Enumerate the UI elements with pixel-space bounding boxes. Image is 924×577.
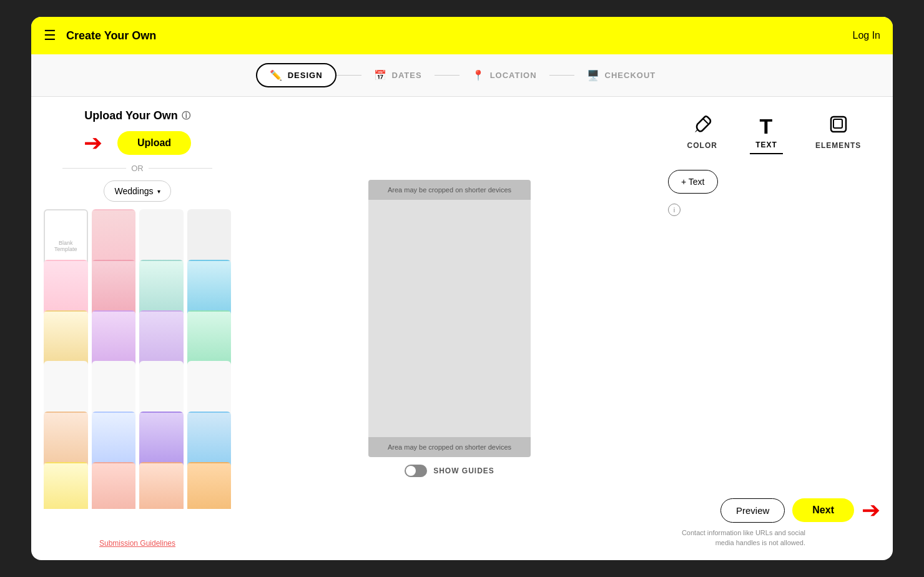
upload-title-area: Upload Your Own ⓘ xyxy=(84,109,190,122)
category-label: Weddings xyxy=(114,186,153,196)
canvas-main[interactable] xyxy=(368,200,531,437)
dates-icon: 📅 xyxy=(374,69,387,81)
left-panel: Upload Your Own ⓘ ➔ Upload OR Weddings ▾… xyxy=(44,109,231,548)
template-grid: BlankTemplate xyxy=(44,209,231,509)
app-wrapper: ☰ Create Your Own Log In ✏️ DESIGN 📅 DAT… xyxy=(31,17,893,560)
show-guides-row: SHOW GUIDES xyxy=(405,465,494,477)
nav-left: ☰ Create Your Own xyxy=(44,27,156,44)
upload-button[interactable]: Upload xyxy=(117,131,191,155)
checkout-icon: 🖥️ xyxy=(587,69,600,81)
step-location[interactable]: 📍 LOCATION xyxy=(460,64,549,86)
canvas-guide-top: Area may be cropped on shorter devices xyxy=(368,180,531,200)
step-divider-2 xyxy=(435,75,460,76)
text-icon: T xyxy=(760,116,774,137)
canvas-wrapper: Area may be cropped on shorter devices A… xyxy=(368,180,531,457)
show-guides-toggle[interactable] xyxy=(405,465,427,477)
step-checkout-label: CHECKOUT xyxy=(605,71,656,80)
tab-elements[interactable]: ELEMENTS xyxy=(805,109,871,155)
info-circle-icon[interactable]: i xyxy=(668,204,681,216)
bottom-buttons-row: Preview Next ➔ xyxy=(668,497,880,523)
upload-btn-wrapper: ➔ Upload xyxy=(44,130,231,156)
template-item[interactable] xyxy=(92,462,136,509)
template-item[interactable] xyxy=(44,462,88,509)
preview-button[interactable]: Preview xyxy=(720,498,785,523)
tool-tabs: COLOR T TEXT ELEMENTS xyxy=(668,109,880,160)
upload-arrow-icon: ➔ xyxy=(84,130,102,156)
step-divider-1 xyxy=(337,75,361,76)
step-location-label: LOCATION xyxy=(490,71,537,80)
right-bottom-area: Preview Next ➔ Contact information like … xyxy=(668,497,880,548)
elements-icon xyxy=(828,114,848,137)
design-icon: ✏️ xyxy=(270,69,283,81)
step-dates-label: DATES xyxy=(392,71,422,80)
step-design[interactable]: ✏️ DESIGN xyxy=(256,63,337,87)
tab-color-label: COLOR xyxy=(687,141,717,150)
color-icon xyxy=(692,114,712,137)
toggle-dot xyxy=(406,466,416,476)
canvas-guide-bottom: Area may be cropped on shorter devices xyxy=(368,437,531,457)
app-title: Create Your Own xyxy=(66,29,156,42)
tab-elements-label: ELEMENTS xyxy=(815,141,861,150)
tab-text-label: TEXT xyxy=(755,141,777,149)
login-button[interactable]: Log In xyxy=(853,30,880,41)
tab-color[interactable]: COLOR xyxy=(677,109,727,155)
template-item[interactable] xyxy=(139,462,184,509)
tab-text[interactable]: T TEXT xyxy=(745,111,787,154)
center-panel: Area may be cropped on shorter devices A… xyxy=(243,109,656,548)
chevron-down-icon: ▾ xyxy=(157,188,160,195)
add-text-button[interactable]: + Text xyxy=(668,170,718,194)
step-checkout[interactable]: 🖥️ CHECKOUT xyxy=(574,64,669,86)
template-item[interactable] xyxy=(187,462,232,509)
disclaimer-text: Contact information like URLs and social… xyxy=(668,528,805,548)
step-design-label: DESIGN xyxy=(288,71,323,80)
main-content: Upload Your Own ⓘ ➔ Upload OR Weddings ▾… xyxy=(31,97,893,560)
hamburger-icon[interactable]: ☰ xyxy=(44,27,56,44)
category-dropdown[interactable]: Weddings ▾ xyxy=(104,180,170,202)
show-guides-label: SHOW GUIDES xyxy=(433,466,494,475)
top-nav: ☰ Create Your Own Log In xyxy=(31,17,893,54)
svg-rect-2 xyxy=(833,119,842,128)
step-dates[interactable]: 📅 DATES xyxy=(361,64,435,86)
svg-line-0 xyxy=(703,119,708,124)
next-arrow-icon: ➔ xyxy=(862,497,880,523)
step-divider-3 xyxy=(549,75,574,76)
steps-bar: ✏️ DESIGN 📅 DATES 📍 LOCATION 🖥️ CHECKOUT xyxy=(31,54,893,97)
right-panel: COLOR T TEXT ELEMENTS + Text i Preview xyxy=(668,109,880,548)
upload-title-text: Upload Your Own xyxy=(84,109,177,122)
location-icon: 📍 xyxy=(472,69,485,81)
next-button[interactable]: Next xyxy=(792,498,854,522)
upload-info-icon[interactable]: ⓘ xyxy=(182,111,190,122)
or-divider: OR xyxy=(62,164,212,173)
submission-guidelines-link[interactable]: Submission Guidelines xyxy=(99,539,175,548)
